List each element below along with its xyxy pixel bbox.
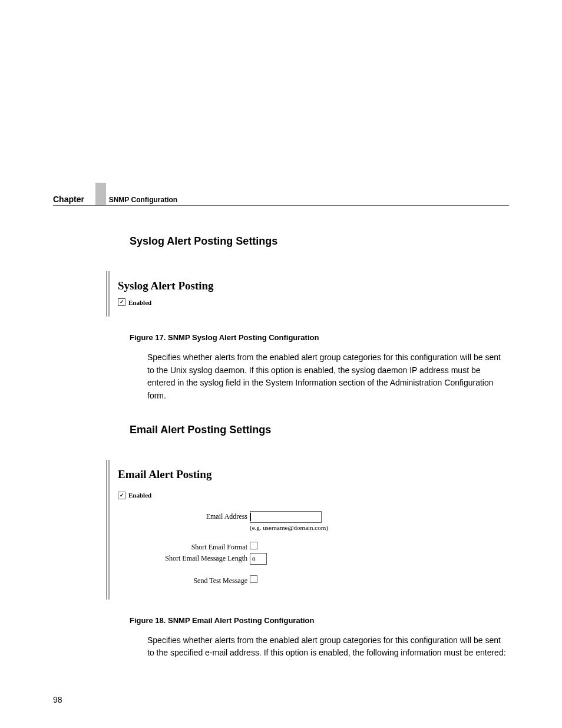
- email-enabled-row: ✓ Enabled: [118, 492, 498, 499]
- figure-17-caption: Figure 17. SNMP Syslog Alert Posting Con…: [130, 333, 509, 342]
- syslog-panel-title: Syslog Alert Posting: [118, 279, 498, 292]
- syslog-screenshot: Syslog Alert Posting ✓ Enabled: [106, 271, 509, 317]
- short-length-label: Short Email Message Length: [118, 553, 250, 563]
- send-test-label: Send Test Message: [118, 575, 250, 585]
- page: Chapter 3 SNMP Configuration Syslog Aler…: [0, 0, 562, 728]
- page-header: Chapter 3 SNMP Configuration: [53, 195, 509, 206]
- send-test-checkbox[interactable]: [250, 575, 257, 583]
- short-length-input[interactable]: 0: [250, 553, 267, 565]
- email-address-hint: (e.g. username@domain.com): [250, 524, 328, 531]
- page-number: 98: [53, 695, 62, 704]
- syslog-enabled-row: ✓ Enabled: [118, 298, 498, 306]
- figure-18-body: Specifies whether alerts from the enable…: [147, 634, 509, 660]
- section-heading-syslog: Syslog Alert Posting Settings: [130, 235, 509, 248]
- email-enabled-label: Enabled: [128, 492, 151, 499]
- email-panel-title: Email Alert Posting: [118, 468, 498, 481]
- email-screenshot: Email Alert Posting ✓ Enabled Email Addr…: [106, 460, 509, 599]
- short-format-row: Short Email Format: [118, 542, 498, 552]
- section-heading-email: Email Alert Posting Settings: [130, 424, 509, 436]
- chapter-label: Chapter: [53, 195, 84, 204]
- figure-17-body: Specifies whether alerts from the enable…: [147, 351, 509, 403]
- short-format-label: Short Email Format: [118, 542, 250, 552]
- text-cursor-icon: [250, 513, 251, 521]
- syslog-enabled-checkbox[interactable]: ✓: [118, 298, 125, 306]
- email-enabled-checkbox[interactable]: ✓: [118, 492, 125, 499]
- figure-18-caption: Figure 18. SNMP Email Alert Posting Conf…: [130, 616, 509, 625]
- chapter-title: SNMP Configuration: [109, 196, 177, 204]
- email-address-label: Email Address: [118, 511, 250, 521]
- chapter-bar: [95, 183, 106, 205]
- short-length-row: Short Email Message Length 0: [118, 553, 498, 565]
- email-address-input[interactable]: [250, 511, 322, 523]
- syslog-enabled-label: Enabled: [128, 299, 151, 306]
- email-address-row: Email Address (e.g. username@domain.com): [118, 511, 498, 531]
- content-body: Syslog Alert Posting Settings Syslog Ale…: [130, 235, 509, 660]
- short-format-checkbox[interactable]: [250, 542, 257, 549]
- send-test-row: Send Test Message: [118, 575, 498, 585]
